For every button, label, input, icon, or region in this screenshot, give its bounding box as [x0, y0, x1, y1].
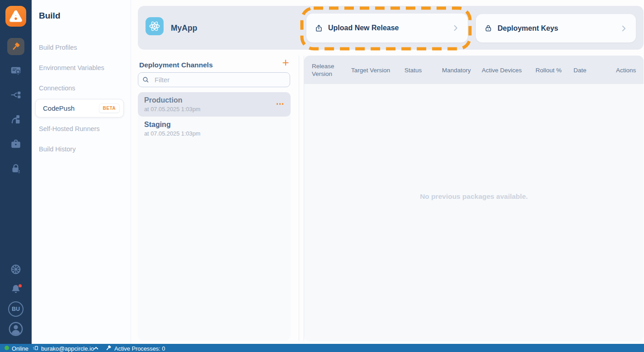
chevron-right-icon: [451, 24, 460, 32]
rail-item-publish[interactable]: [9, 113, 22, 126]
search-icon: [142, 76, 150, 84]
react-logo-icon: [148, 19, 161, 33]
rail-item-signing-identities[interactable]: [9, 64, 22, 77]
app-header-bar: MyApp Upload New Release Depl: [138, 6, 644, 50]
channel-filter-input[interactable]: [138, 72, 290, 87]
lock-icon: [484, 24, 493, 33]
beta-badge: BETA: [99, 103, 120, 113]
column-date: Date: [573, 66, 587, 74]
build-sidebar: Build Build Profiles Environment Variabl…: [32, 0, 131, 344]
build-hammer-icon: [10, 41, 21, 52]
column-actions: Actions: [616, 66, 636, 74]
rail-item-enterprise-store[interactable]: [9, 138, 22, 150]
deployment-keys-label: Deployment Keys: [498, 24, 558, 33]
rail-item-support[interactable]: [9, 263, 22, 276]
user-email[interactable]: burako@appcircle.io: [41, 345, 94, 352]
support-wheel-icon: [10, 263, 22, 275]
app-name: MyApp: [171, 23, 197, 33]
sidebar-item-codepush-label: CodePush: [43, 104, 75, 112]
upload-icon: [315, 24, 323, 33]
organization-avatar[interactable]: BU: [8, 301, 24, 317]
sidebar-item-connections[interactable]: Connections: [39, 84, 75, 92]
status-bar: Online burako@appcircle.io Active Proces…: [0, 344, 644, 352]
signing-certificate-icon: [10, 65, 22, 76]
distribution-flow-icon: [10, 89, 22, 101]
deployment-channels-panel: Deployment Channels + Production at 07.0…: [138, 56, 291, 341]
channel-timestamp: at 07.05.2025 1:03pm: [144, 130, 284, 137]
appcircle-logo-glyph: [8, 8, 24, 24]
sidebar-item-build-profiles[interactable]: Build Profiles: [39, 44, 77, 51]
panel-resizer[interactable]: [299, 56, 304, 341]
online-label: Online: [12, 345, 28, 352]
add-channel-button[interactable]: +: [280, 57, 291, 68]
user-avatar-icon: [8, 321, 24, 337]
rail-item-build[interactable]: [7, 38, 24, 55]
chevron-up-icon[interactable]: [93, 345, 99, 352]
organization-initials: BU: [12, 306, 20, 312]
rail-item-profile[interactable]: [8, 321, 24, 337]
active-processes-hammer-icon: [105, 344, 112, 352]
channel-filter: [138, 72, 290, 87]
deployment-channels-title: Deployment Channels: [139, 61, 213, 69]
column-status: Status: [404, 66, 422, 74]
empty-table-message: No previous packages available.: [304, 192, 644, 201]
channel-timestamp: at 07.05.2025 1:03pm: [144, 106, 284, 113]
sync-file-icon: [32, 344, 39, 352]
react-app-icon: [146, 17, 164, 35]
publish-icon: [10, 113, 22, 125]
enterprise-store-icon: [10, 138, 22, 150]
channel-name: Staging: [144, 121, 284, 129]
appcircle-logo[interactable]: [5, 6, 26, 27]
rail-item-testing-distribution[interactable]: [9, 89, 22, 101]
chevron-right-icon: [620, 24, 628, 33]
upload-new-release-label: Upload New Release: [328, 24, 399, 32]
column-target-version: Target Version: [351, 66, 390, 74]
online-status-dot: [5, 346, 9, 350]
column-active-devices: Active Devices: [482, 66, 522, 74]
module-rail: BU: [0, 0, 32, 344]
channel-menu-ellipsis-icon[interactable]: [277, 103, 284, 105]
sidebar-item-build-history[interactable]: Build History: [39, 145, 75, 153]
column-mandatory: Mandatory: [442, 66, 471, 74]
channel-item-production[interactable]: Production at 07.05.2025 1:03pm: [138, 92, 291, 117]
channel-list: Production at 07.05.2025 1:03pm Staging …: [138, 92, 291, 341]
channel-item-staging[interactable]: Staging at 07.05.2025 1:03pm: [138, 117, 291, 141]
active-processes-label[interactable]: Active Processes: 0: [114, 345, 165, 352]
sidebar-item-environment-variables[interactable]: Environment Variables: [39, 64, 104, 71]
column-release-version: Release Version: [312, 62, 343, 78]
column-rollout: Rollout %: [536, 66, 562, 74]
app-window: BU Build Build Profiles Environment Vari…: [0, 0, 644, 352]
upload-new-release-button[interactable]: Upload New Release: [306, 14, 468, 42]
channel-name: Production: [144, 96, 284, 104]
access-lock-icon: [10, 163, 22, 174]
packages-table: Release Version Target Version Status Ma…: [304, 56, 644, 341]
deployment-keys-button[interactable]: Deployment Keys: [476, 14, 636, 42]
sidebar-item-self-hosted-runners[interactable]: Self-Hosted Runners: [39, 125, 100, 132]
rail-item-access-management[interactable]: [9, 162, 22, 175]
sidebar-item-codepush[interactable]: CodePush BETA: [35, 99, 124, 117]
sidebar-title: Build: [39, 11, 61, 21]
packages-table-header: Release Version Target Version Status Ma…: [304, 56, 644, 84]
notification-badge-dot: [19, 284, 22, 287]
